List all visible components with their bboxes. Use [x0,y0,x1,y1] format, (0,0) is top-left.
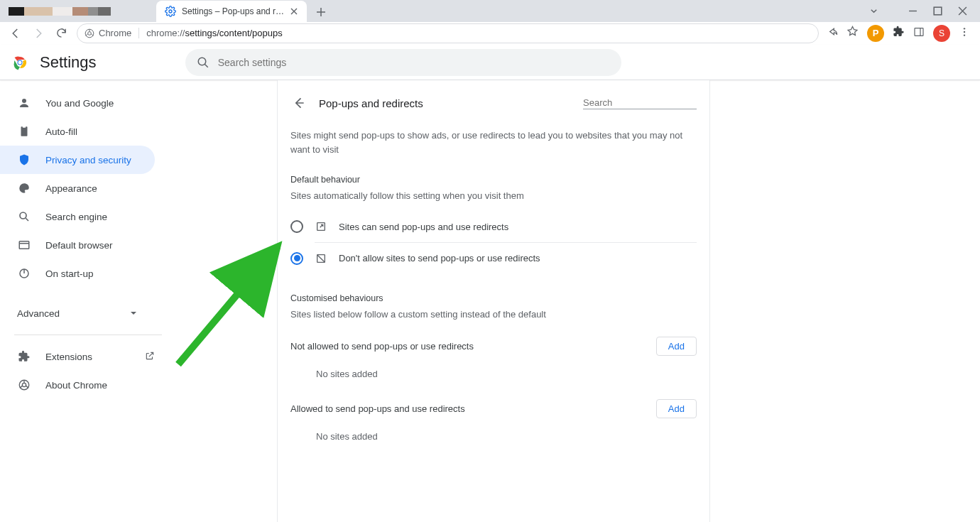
sidebar-item-appearance[interactable]: Appearance [0,174,155,202]
svg-point-7 [964,34,965,36]
sidebar-item-label: On start-up [45,268,94,279]
sidebar-item-autofill[interactable]: Auto-fill [0,117,155,146]
svg-rect-4 [915,28,923,36]
main-panel: Pop-ups and redirects Sites might send p… [185,80,980,522]
bookmark-icon[interactable] [846,26,859,40]
omnibox-url: chrome://settings/content/popups [146,28,283,38]
sidebar-item-label: About Chrome [45,380,107,391]
settings-header: Settings [0,45,980,80]
not-allowed-label: Not allowed to send pop-ups or use redir… [290,341,474,352]
puzzle-icon [17,349,31,364]
settings-search-input[interactable] [218,57,610,68]
share-icon[interactable] [826,26,838,40]
tab-close-icon[interactable] [288,6,300,17]
panel-search[interactable] [583,97,697,109]
tab-search-icon[interactable] [869,6,878,16]
svg-rect-14 [23,126,26,128]
sidebar-advanced-label: Advanced [17,308,60,319]
external-link-icon [145,351,155,363]
sidebar-item-label: Privacy and security [45,155,131,165]
custom-behaviour-subtitle: Sites listed below follow a custom setti… [278,305,709,330]
tab-strip: Settings – Pop-ups and redirects [0,0,980,22]
radio-unchecked-icon [290,220,303,233]
chrome-small-icon [17,378,31,392]
svg-point-0 [169,10,172,13]
browser-menu-icon[interactable] [959,26,970,40]
svg-rect-13 [21,126,28,136]
add-allowed-button[interactable]: Add [656,399,697,418]
svg-point-11 [198,58,206,65]
allowed-label: Allowed to send pop-ups and use redirect… [290,403,465,414]
omnibox[interactable]: Chrome chrome://settings/content/popups [77,23,819,43]
sidebar-item-about[interactable]: About Chrome [0,371,155,399]
panel-back-icon[interactable] [290,94,307,112]
clipboard-icon [17,124,31,138]
extension-badge-icon[interactable]: P [867,25,884,42]
sidebar-item-label: Search engine [45,212,107,222]
svg-point-19 [22,383,26,386]
default-behaviour-subtitle: Sites automatically follow this setting … [278,186,709,211]
window-controls [869,0,980,22]
sidebar-item-label: Appearance [45,183,97,194]
svg-point-15 [20,212,26,219]
side-panel-icon[interactable] [913,26,925,40]
allowed-empty: No sites added [290,425,697,455]
new-tab-button[interactable] [311,2,331,22]
svg-point-6 [964,31,965,32]
window-close-icon[interactable] [958,6,967,16]
settings-title: Settings [40,53,97,72]
svg-point-12 [22,99,26,103]
tab-title: Settings – Pop-ups and redirects [182,6,288,16]
radio-allow-popups[interactable]: Sites can send pop-ups and use redirects [290,211,697,242]
svg-point-3 [88,31,92,35]
chrome-logo-icon [11,54,28,71]
radio-checked-icon [290,252,303,265]
settings-search[interactable] [185,49,621,76]
svg-rect-16 [19,241,29,249]
open-in-new-icon [315,220,327,233]
sidebar-item-search-engine[interactable]: Search engine [0,202,155,231]
sidebar-item-label: Default browser [45,240,113,251]
sidebar-item-startup[interactable]: On start-up [0,259,155,288]
nav-reload-icon[interactable] [51,23,71,43]
settings-favicon [165,6,176,17]
window-maximize-icon[interactable] [933,6,942,16]
chevron-down-icon [129,309,138,317]
sidebar-item-default-browser[interactable]: Default browser [0,231,155,259]
sidebar-item-privacy[interactable]: Privacy and security [0,146,155,174]
sidebar: You and Google Auto-fill Privacy and sec… [0,80,185,522]
palette-icon [17,181,31,195]
search-icon [197,56,209,69]
omnibox-chip-label: Chrome [99,28,131,38]
window-minimize-icon[interactable] [908,6,918,16]
add-not-allowed-button[interactable]: Add [656,337,697,356]
sidebar-advanced[interactable]: Advanced [0,299,155,327]
browser-icon [17,238,31,252]
panel: Pop-ups and redirects Sites might send p… [277,80,710,522]
panel-search-input[interactable] [583,97,702,108]
svg-rect-1 [934,7,942,15]
panel-title: Pop-ups and redirects [319,97,423,109]
radio-block-popups[interactable]: Don't allow sites to send pop-ups or use… [315,242,697,273]
sidebar-item-extensions[interactable]: Extensions [0,342,155,371]
redacted-tab-content [9,7,111,16]
default-behaviour-title: Default behaviour [278,162,709,186]
tab-active[interactable]: Settings – Pop-ups and redirects [156,1,307,22]
not-allowed-empty: No sites added [290,363,697,392]
settings-body: You and Google Auto-fill Privacy and sec… [0,80,980,522]
svg-point-5 [964,28,965,29]
radio-allow-label: Sites can send pop-ups and use redirects [339,222,508,232]
nav-forward-icon[interactable] [28,23,48,43]
nav-back-icon[interactable] [6,23,26,43]
profile-avatar[interactable]: S [933,25,950,42]
custom-behaviour-title: Customised behaviours [278,273,709,305]
tab-inactive[interactable] [0,1,156,22]
browser-toolbar: Chrome chrome://settings/content/popups … [0,22,980,45]
chrome-icon [85,28,94,38]
sidebar-item-you-and-google[interactable]: You and Google [0,89,155,117]
blocked-popup-icon [315,252,327,265]
extensions-icon[interactable] [893,26,905,40]
search-icon [17,210,31,224]
sidebar-item-label: Extensions [45,352,92,362]
sidebar-item-label: Auto-fill [45,126,77,137]
